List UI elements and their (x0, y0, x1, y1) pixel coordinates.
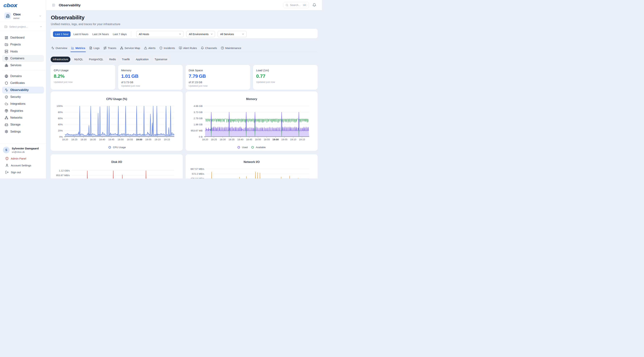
svg-text:Network I/O: Network I/O (244, 160, 260, 164)
svg-text:18:40: 18:40 (99, 138, 105, 141)
svg-text:19:15: 19:15 (299, 138, 305, 141)
svg-text:Memory: Memory (246, 98, 257, 100)
svg-text:3.73 GB: 3.73 GB (194, 111, 202, 114)
svg-text:18:55: 18:55 (264, 138, 270, 141)
svg-text:18:55: 18:55 (127, 138, 133, 141)
svg-text:1.12 GB/s: 1.12 GB/s (59, 169, 70, 172)
svg-text:0%: 0% (59, 136, 63, 138)
svg-text:953.67 MB/s: 953.67 MB/s (56, 174, 70, 177)
svg-text:Available: Available (256, 146, 266, 149)
svg-text:20%: 20% (58, 129, 63, 132)
svg-text:100%: 100% (56, 105, 63, 108)
svg-text:Disk I/O: Disk I/O (111, 160, 122, 164)
svg-text:Used: Used (242, 146, 248, 149)
svg-text:18:35: 18:35 (228, 138, 235, 141)
svg-text:80%: 80% (58, 111, 63, 114)
svg-text:2.79 GB: 2.79 GB (194, 117, 202, 120)
svg-text:19:00: 19:00 (136, 138, 142, 141)
svg-text:18:45: 18:45 (246, 138, 252, 141)
svg-text:40%: 40% (58, 123, 63, 126)
svg-text:18:35: 18:35 (90, 138, 96, 141)
svg-text:18:50: 18:50 (255, 138, 261, 141)
svg-text:4.66 GB: 4.66 GB (194, 105, 202, 108)
svg-text:18:25: 18:25 (211, 138, 217, 141)
svg-text:19:05: 19:05 (145, 138, 152, 141)
svg-text:18:50: 18:50 (118, 138, 124, 141)
svg-text:19:10: 19:10 (154, 138, 161, 141)
svg-text:1.86 GB: 1.86 GB (194, 123, 202, 126)
svg-text:60%: 60% (58, 117, 63, 120)
svg-text:0 B: 0 B (199, 136, 202, 138)
svg-text:667.57 MB/s: 667.57 MB/s (190, 168, 204, 170)
svg-text:CPU Usage: CPU Usage (113, 146, 126, 149)
svg-text:953.67 MB: 953.67 MB (191, 129, 202, 132)
svg-text:572.2 MB/s: 572.2 MB/s (192, 172, 204, 175)
svg-text:18:25: 18:25 (71, 138, 78, 141)
svg-text:18:20: 18:20 (202, 138, 208, 141)
svg-text:19:10: 19:10 (290, 138, 296, 141)
svg-text:18:30: 18:30 (80, 138, 87, 141)
svg-text:18:30: 18:30 (220, 138, 226, 141)
svg-text:19:15: 19:15 (164, 138, 170, 141)
svg-text:18:40: 18:40 (237, 138, 244, 141)
svg-text:18:45: 18:45 (108, 138, 114, 141)
svg-text:CPU Usage (%): CPU Usage (%) (106, 98, 127, 100)
svg-text:cbox: cbox (4, 3, 17, 8)
svg-text:476.84 MB/s: 476.84 MB/s (190, 177, 204, 179)
svg-text:18:20: 18:20 (62, 138, 68, 141)
svg-text:19:05: 19:05 (281, 138, 288, 141)
svg-text:19:00: 19:00 (272, 138, 279, 141)
